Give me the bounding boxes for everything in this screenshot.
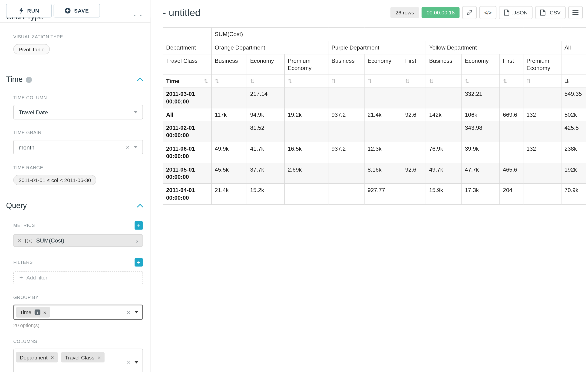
columns-tag[interactable]: Travel Class × — [61, 352, 105, 362]
sort-icon[interactable]: ⇅ — [526, 78, 531, 84]
export-json-label: .JSON — [512, 10, 528, 16]
pivot-value-cell — [284, 121, 328, 142]
pivot-data-row: 2011-02-01 00:00:0081.52343.98425.5 — [163, 121, 586, 142]
pivot-metric-header: SUM(Cost) — [211, 28, 586, 41]
clear-icon[interactable]: × — [127, 359, 130, 365]
columns-tag[interactable]: Department × — [16, 352, 58, 362]
pivot-value-cell: 12.3k — [364, 142, 402, 163]
sort-icon[interactable]: ⇅ — [368, 78, 372, 84]
pivot-class-header: Business — [211, 54, 247, 75]
sort-icon[interactable]: ⇅ — [250, 78, 254, 84]
menu-button[interactable] — [568, 6, 583, 19]
metric-chip[interactable]: × ƒ(x) SUM(Cost) › — [13, 234, 143, 247]
pivot-value-cell: 204 — [500, 183, 523, 204]
time-grain-label: TIME GRAIN — [13, 130, 143, 135]
pivot-time-header: Time⇅ — [163, 75, 211, 87]
visualization-type-pill[interactable]: Pivot Table — [13, 44, 50, 54]
pivot-sort-cell: ⇅ — [247, 75, 284, 87]
pivot-sort-cell: ⇊ — [561, 75, 586, 87]
query-section-title: Query — [6, 201, 27, 210]
pivot-class-header — [561, 54, 586, 75]
remove-tag-icon[interactable]: × — [51, 354, 54, 360]
pivot-group-header: Yellow Department — [426, 41, 561, 54]
pivot-value-cell: 142k — [426, 108, 462, 121]
chart-title[interactable]: - untitled — [163, 7, 390, 19]
pivot-value-cell — [523, 163, 561, 183]
clear-icon[interactable]: × — [126, 144, 129, 150]
remove-tag-icon[interactable]: × — [43, 309, 46, 315]
pivot-value-cell — [402, 121, 426, 142]
pivot-value-cell: 106k — [462, 108, 500, 121]
pivot-value-cell: 8.16k — [364, 163, 402, 183]
add-filter-plus-button[interactable]: + — [135, 258, 143, 267]
pivot-data-row: 2011-06-01 00:00:0049.9k41.7k16.5k937.21… — [163, 142, 586, 163]
control-panel: RUN SAVE Chart Type VISUALIZATION TYPE P… — [0, 0, 151, 372]
remove-tag-icon[interactable]: × — [97, 354, 101, 360]
sort-icon[interactable]: ⇅ — [429, 78, 433, 84]
pivot-data-row: All117k94.9k19.2k937.221.4k92.6142k106k6… — [163, 108, 586, 121]
chevron-down-icon — [135, 361, 138, 363]
pivot-value-cell — [402, 87, 426, 108]
time-section-header: Time i — [0, 75, 151, 84]
time-range-pill[interactable]: 2011-01-01 ≤ col < 2011-06-30 — [13, 175, 96, 185]
function-icon: ƒ(x) — [25, 238, 33, 243]
pivot-class-header: Premium Economy — [523, 54, 561, 75]
time-column-label: Time — [166, 77, 179, 85]
view-query-button[interactable]: </> — [480, 6, 496, 19]
chevron-down-icon — [135, 311, 138, 313]
sort-icon[interactable]: ⇅ — [503, 78, 507, 84]
run-button[interactable]: RUN — [6, 4, 52, 17]
section-divider — [0, 22, 151, 23]
sort-icon[interactable]: ⇅ — [405, 78, 410, 84]
pivot-value-cell: 425.5 — [561, 121, 586, 142]
group-by-tag[interactable]: Time i × — [16, 307, 51, 317]
pivot-value-cell: 17.3k — [462, 183, 500, 204]
pivot-value-cell — [328, 163, 364, 183]
pivot-value-cell — [500, 87, 523, 108]
time-column-select[interactable]: Travel Date — [13, 105, 143, 119]
time-column-value: Travel Date — [19, 109, 134, 116]
clipped-chevron-dot — [134, 15, 136, 16]
add-filter-label: Add filter — [26, 275, 47, 281]
columns-select[interactable]: Department × Travel Class × × — [13, 349, 143, 372]
sort-icon[interactable]: ⇅ — [465, 78, 469, 84]
pivot-value-cell: 19.2k — [284, 108, 328, 121]
pivot-value-cell: 343.98 — [462, 121, 500, 142]
clear-icon[interactable]: × — [127, 309, 130, 316]
chevron-up-icon[interactable] — [137, 204, 143, 207]
run-button-label: RUN — [27, 8, 39, 14]
pivot-value-cell: 37.7k — [247, 163, 284, 183]
save-button[interactable]: SAVE — [54, 4, 100, 17]
pivot-class-header: Economy — [364, 54, 402, 75]
chevron-down-icon — [134, 146, 137, 148]
chevron-right-icon[interactable]: › — [136, 237, 138, 244]
sort-icon[interactable]: ⇅ — [288, 78, 292, 84]
pivot-row-label: 2011-02-01 00:00:00 — [163, 121, 211, 142]
export-json-button[interactable]: .JSON — [499, 6, 533, 19]
columns-label: COLUMNS — [13, 339, 143, 344]
remove-metric-icon[interactable]: × — [18, 237, 21, 244]
add-filter-button[interactable]: + Add filter — [13, 271, 143, 284]
pivot-value-cell — [284, 87, 328, 108]
share-link-button[interactable] — [462, 6, 477, 19]
pivot-value-cell: 132 — [523, 108, 561, 121]
group-by-options-hint: 20 option(s) — [13, 322, 143, 328]
sort-desc-icon[interactable]: ⇊ — [565, 78, 569, 85]
sort-icon[interactable]: ⇅ — [331, 78, 336, 84]
pivot-value-cell: 669.6 — [500, 108, 523, 121]
time-grain-select[interactable]: month × — [13, 140, 143, 154]
group-by-select[interactable]: Time i × × — [13, 305, 143, 320]
add-metric-button[interactable]: + — [135, 221, 143, 230]
pivot-sort-cell: ⇅ — [523, 75, 561, 87]
export-csv-button[interactable]: .CSV — [535, 6, 566, 19]
pivot-value-cell: 502k — [561, 108, 586, 121]
sort-icon[interactable]: ⇅ — [215, 78, 219, 84]
time-range-label: TIME RANGE — [13, 165, 143, 170]
chevron-up-icon[interactable] — [137, 77, 143, 81]
pivot-value-cell — [328, 87, 364, 108]
pivot-value-cell: 45.5k — [211, 163, 247, 183]
pivot-value-cell — [328, 121, 364, 142]
pivot-value-cell — [402, 142, 426, 163]
sort-icon[interactable]: ⇅ — [204, 78, 208, 84]
pivot-row-label: 2011-05-01 00:00:00 — [163, 163, 211, 183]
